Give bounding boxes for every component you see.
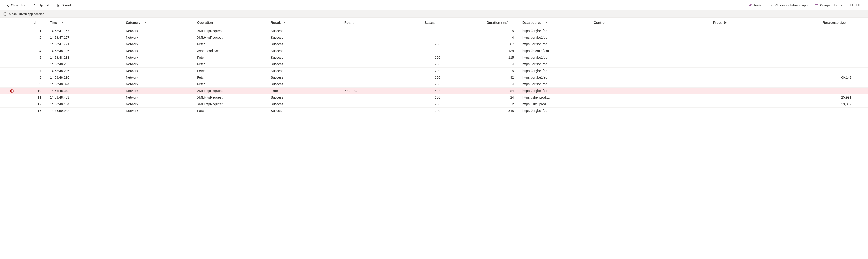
svg-marker-9 <box>770 4 772 7</box>
cell-id: 3 <box>24 41 50 48</box>
header-http-status[interactable]: Status <box>385 18 449 28</box>
cell-property <box>667 107 741 114</box>
cell-operation: XMLHttpRequest <box>197 87 271 94</box>
cell-operation: XMLHttpRequest <box>197 34 271 41</box>
cell-status-indicator <box>0 87 24 94</box>
cell-duration: 138 <box>449 48 523 54</box>
cell-category: Network <box>126 48 197 54</box>
header-status-indicator <box>0 18 24 28</box>
table-row[interactable]: 1114:58:48.453NetworkXMLHttpRequestSucce… <box>0 94 868 101</box>
cell-http-status <box>385 34 449 41</box>
header-time[interactable]: Time <box>50 18 126 28</box>
table-row[interactable]: 614:58:48.235NetworkFetchSuccess2004http… <box>0 61 868 67</box>
cell-result-info <box>344 28 385 34</box>
upload-button[interactable]: Upload <box>33 2 50 8</box>
clear-data-button[interactable]: Clear data <box>5 2 27 8</box>
play-button[interactable]: Play model-driven app <box>769 2 808 8</box>
invite-button[interactable]: Invite <box>748 2 763 8</box>
header-control[interactable]: Control <box>594 18 667 28</box>
cell-duration: 4 <box>449 61 523 67</box>
cell-http-status: 200 <box>385 107 449 114</box>
cell-response-size: 28 <box>741 87 868 94</box>
table-row[interactable]: 414:58:48.106NetworkAssetLoad.ScriptSucc… <box>0 48 868 54</box>
table-row[interactable]: 1214:58:48.494NetworkXMLHttpRequestSucce… <box>0 101 868 107</box>
toolbar: Clear data Upload Download Invite Play <box>0 0 868 10</box>
error-icon <box>10 89 13 93</box>
filter-button[interactable]: Filter <box>849 2 863 8</box>
cell-category: Network <box>126 54 197 61</box>
cell-control <box>594 87 667 94</box>
header-duration[interactable]: Duration (ms) <box>449 18 523 28</box>
table-row[interactable]: 914:58:48.324NetworkFetchSuccess2004http… <box>0 81 868 87</box>
table-row[interactable]: 514:58:48.233NetworkFetchSuccess200115ht… <box>0 54 868 61</box>
toolbar-right: Invite Play model-driven app Compact lis… <box>748 2 863 8</box>
cell-result: Success <box>271 48 344 54</box>
cell-result-info: Not Fou… <box>344 87 385 94</box>
svg-point-6 <box>749 4 751 5</box>
table-row[interactable]: 1014:58:48.378NetworkXMLHttpRequestError… <box>0 87 868 94</box>
upload-icon <box>33 3 37 7</box>
cell-operation: Fetch <box>197 41 271 48</box>
cell-status-indicator <box>0 94 24 101</box>
cell-http-status: 200 <box>385 101 449 107</box>
play-label: Play model-driven app <box>775 3 808 7</box>
header-result[interactable]: Result <box>271 18 344 28</box>
header-data-source[interactable]: Data source <box>523 18 594 28</box>
download-button[interactable]: Download <box>55 2 77 8</box>
download-icon <box>56 3 60 7</box>
table-row[interactable]: 814:58:48.296NetworkFetchSuccess20092htt… <box>0 74 868 81</box>
cell-property <box>667 48 741 54</box>
cell-result: Success <box>271 94 344 101</box>
cell-id: 6 <box>24 61 50 67</box>
grid: Id Time Category Operation Result Res… <box>0 18 868 114</box>
header-id[interactable]: Id <box>24 18 50 28</box>
header-response-size[interactable]: Response size <box>741 18 868 28</box>
chevron-down-icon <box>848 21 851 24</box>
compact-list-button[interactable]: Compact list <box>814 2 843 8</box>
svg-line-14 <box>852 6 853 7</box>
table-row[interactable]: 714:58:48.236NetworkFetchSuccess2005http… <box>0 67 868 74</box>
cell-duration: 4 <box>449 81 523 87</box>
cell-status-indicator <box>0 107 24 114</box>
play-icon <box>769 3 773 7</box>
cell-operation: Fetch <box>197 81 271 87</box>
cell-property <box>667 74 741 81</box>
invite-icon <box>748 3 752 7</box>
cell-data-source: https://orgbe1fed… <box>523 28 594 34</box>
header-result-info[interactable]: Res… <box>344 18 385 28</box>
cell-control <box>594 74 667 81</box>
cell-time: 14:58:48.236 <box>50 67 126 74</box>
cell-category: Network <box>126 81 197 87</box>
cell-data-source: https://orgbe1fed… <box>523 74 594 81</box>
cell-http-status <box>385 28 449 34</box>
filter-icon <box>850 3 854 7</box>
table-row[interactable]: 314:58:47.771NetworkFetchSuccess20087htt… <box>0 41 868 48</box>
cell-time: 14:58:50.922 <box>50 107 126 114</box>
cell-operation: Fetch <box>197 107 271 114</box>
cell-http-status: 200 <box>385 94 449 101</box>
header-operation[interactable]: Operation <box>197 18 271 28</box>
cell-control <box>594 101 667 107</box>
cell-control <box>594 94 667 101</box>
cell-id: 9 <box>24 81 50 87</box>
cell-data-source: https://shellprod.… <box>523 94 594 101</box>
cell-id: 5 <box>24 54 50 61</box>
cell-operation: Fetch <box>197 61 271 67</box>
cell-response-size: 69,143 <box>741 74 868 81</box>
header-property[interactable]: Property <box>667 18 741 28</box>
cell-status-indicator <box>0 67 24 74</box>
cell-result: Success <box>271 74 344 81</box>
cell-control <box>594 67 667 74</box>
header-label: Operation <box>197 21 213 25</box>
cell-status-indicator <box>0 28 24 34</box>
download-label: Download <box>62 3 76 7</box>
header-category[interactable]: Category <box>126 18 197 28</box>
table-row[interactable]: 214:58:47.167NetworkXMLHttpRequestSucces… <box>0 34 868 41</box>
cell-time: 14:58:48.233 <box>50 54 126 61</box>
table-row[interactable]: 114:58:47.167NetworkXMLHttpRequestSucces… <box>0 28 868 34</box>
table-row[interactable]: 1314:58:50.922NetworkFetchSuccess200348h… <box>0 107 868 114</box>
cell-response-size: 13,352 <box>741 101 868 107</box>
cell-status-indicator <box>0 41 24 48</box>
cell-control <box>594 61 667 67</box>
cell-data-source: https://shellprod.… <box>523 101 594 107</box>
